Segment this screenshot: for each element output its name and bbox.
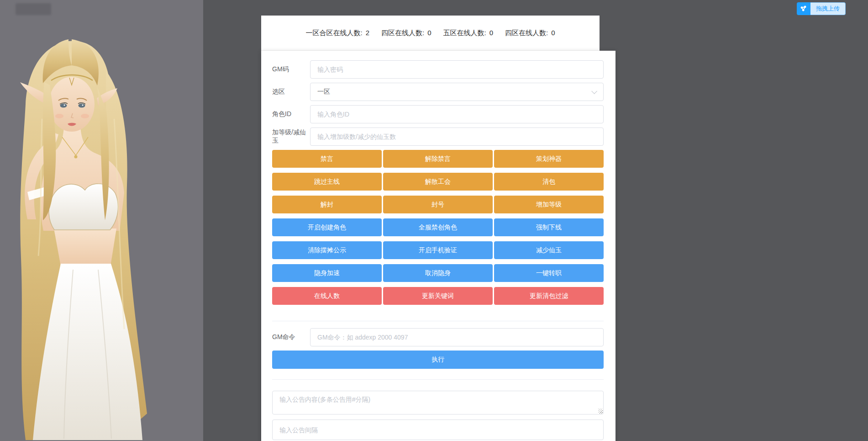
action-row-5: 清除摆摊公示 开启手机验证 减少仙玉: [272, 241, 604, 259]
gm-code-row: GM码: [272, 60, 604, 79]
add-level-button[interactable]: 增加等级: [494, 196, 604, 213]
role-id-input[interactable]: [310, 105, 604, 123]
zone-select[interactable]: 一区: [310, 83, 604, 101]
zone-select-row: 选区 一区: [272, 83, 604, 101]
action-row-1: 禁言 解除禁言 策划神器: [272, 150, 604, 168]
stat-zone5: 五区在线人数:0: [443, 29, 494, 37]
role-id-label: 角色ID: [272, 110, 310, 118]
drag-upload-control[interactable]: 拖拽上传: [797, 2, 846, 15]
stat-zone4b: 四区在线人数:0: [505, 29, 555, 37]
force-offline-button[interactable]: 强制下线: [494, 218, 604, 236]
action-row-6: 隐身加速 取消隐身 一键转职: [272, 264, 604, 282]
stat-zone4: 四区在线人数:0: [381, 29, 431, 37]
level-jade-row: 加等级/减仙玉: [272, 128, 604, 146]
update-clearbag-filter-button[interactable]: 更新清包过滤: [494, 287, 604, 305]
clear-stall-notice-button[interactable]: 清除摆摊公示: [272, 241, 382, 259]
reduce-jade-button[interactable]: 减少仙玉: [494, 241, 604, 259]
unban-button[interactable]: 解封: [272, 196, 382, 213]
cancel-stealth-button[interactable]: 取消隐身: [383, 264, 493, 282]
action-row-4: 开启创建角色 全服禁创角色 强制下线: [272, 218, 604, 236]
character-illustration-panel: [0, 0, 203, 441]
divider: [272, 321, 604, 321]
online-count-button[interactable]: 在线人数: [272, 287, 382, 305]
update-keywords-button[interactable]: 更新关键词: [383, 287, 493, 305]
execute-button[interactable]: 执行: [272, 351, 604, 369]
gm-command-row: GM命令: [272, 328, 604, 346]
chevron-down-icon: [591, 88, 597, 94]
action-row-2: 跳过主线 解散工会 清包: [272, 173, 604, 191]
share-nodes-icon: [797, 2, 810, 15]
disband-guild-button[interactable]: 解散工会: [383, 173, 493, 191]
zone-select-label: 选区: [272, 88, 310, 96]
skip-mainline-button[interactable]: 跳过主线: [272, 173, 382, 191]
watermark: [16, 3, 51, 15]
enable-phone-verify-button[interactable]: 开启手机验证: [383, 241, 493, 259]
stat-zone1: 一区合区在线人数:2: [305, 29, 369, 37]
enable-create-role-button[interactable]: 开启创建角色: [272, 218, 382, 236]
level-jade-input[interactable]: [310, 128, 604, 146]
planner-tool-button[interactable]: 策划神器: [494, 150, 604, 168]
forbid-create-role-button[interactable]: 全服禁创角色: [383, 218, 493, 236]
action-row-3: 解封 封号 增加等级: [272, 196, 604, 213]
divider: [272, 379, 604, 380]
gm-command-label: GM命令: [272, 333, 310, 341]
mute-button[interactable]: 禁言: [272, 150, 382, 168]
notice-content-wrap: [272, 391, 604, 414]
level-jade-label: 加等级/减仙玉: [272, 128, 310, 145]
role-id-row: 角色ID: [272, 105, 604, 123]
gm-code-input[interactable]: [310, 60, 604, 79]
one-key-class-change-button[interactable]: 一键转职: [494, 264, 604, 282]
clear-bag-button[interactable]: 清包: [494, 173, 604, 191]
unmute-button[interactable]: 解除禁言: [383, 150, 493, 168]
admin-panel: 一区合区在线人数:2 四区在线人数:0 五区在线人数:0 四区在线人数:0 GM…: [261, 16, 615, 441]
notice-interval-input[interactable]: [272, 420, 604, 440]
notice-content-textarea[interactable]: [272, 391, 604, 414]
ban-button[interactable]: 封号: [383, 196, 493, 213]
gm-code-label: GM码: [272, 65, 310, 74]
gm-command-input[interactable]: [310, 328, 604, 346]
gm-form-card: GM码 选区 一区 角色ID 加等级/减仙玉 禁言 解除禁言 策划神器 跳过主线…: [261, 51, 615, 441]
elf-character-image: [0, 0, 203, 441]
zone-select-value: 一区: [317, 88, 330, 96]
drag-upload-label: 拖拽上传: [810, 2, 846, 15]
online-stats-bar: 一区合区在线人数:2 四区在线人数:0 五区在线人数:0 四区在线人数:0: [261, 16, 600, 51]
stealth-speed-button[interactable]: 隐身加速: [272, 264, 382, 282]
action-row-7: 在线人数 更新关键词 更新清包过滤: [272, 287, 604, 305]
